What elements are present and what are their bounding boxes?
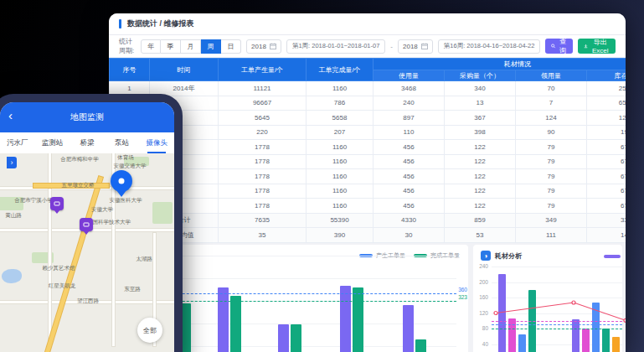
map-label: 望江西路 bbox=[77, 298, 99, 305]
table-row[interactable]: 2202071103989019 bbox=[110, 125, 626, 140]
table-cell: 122 bbox=[445, 140, 516, 155]
download-icon bbox=[584, 43, 588, 49]
table-cell: 5658 bbox=[307, 111, 374, 126]
export-button-label: 导出Excel bbox=[591, 38, 611, 54]
map-label: 红星美凯龙 bbox=[49, 282, 76, 290]
bar-产生工单量[interactable] bbox=[218, 287, 229, 352]
col-header: 时间 bbox=[150, 59, 219, 81]
phone-page-title: 地图监测 bbox=[70, 111, 104, 123]
table-cell: 650 bbox=[587, 96, 626, 111]
query-button-label: 查询 bbox=[559, 37, 568, 55]
line-data-point[interactable] bbox=[494, 312, 497, 315]
table-row[interactable]: 177811604561227967 bbox=[110, 154, 626, 169]
table-cell: 456 bbox=[374, 169, 445, 184]
average-row[interactable]: 平均值35390305311114 bbox=[110, 228, 626, 243]
line-data-point[interactable] bbox=[624, 318, 626, 322]
phone-tab-污水厂[interactable]: 污水厂 bbox=[0, 132, 35, 153]
table-cell: 122 bbox=[445, 199, 516, 214]
map-label: 安徽医科大学 bbox=[110, 197, 142, 204]
range-end-input[interactable]: 第16周: 2018-04-16~2018-04-22 bbox=[438, 39, 541, 54]
table-row[interactable]: 12014年111211160346834070250 bbox=[110, 81, 626, 96]
table-cell: 207 bbox=[307, 125, 374, 140]
table-row[interactable]: 177811604561227967 bbox=[110, 184, 626, 199]
year-start-select[interactable]: 2018 bbox=[246, 39, 281, 54]
table-cell: 79 bbox=[516, 184, 587, 199]
table-cell: 67 bbox=[587, 140, 626, 155]
phone-tab-桥梁[interactable]: 桥梁 bbox=[70, 132, 105, 153]
sub-col-header: 领用量 bbox=[516, 70, 587, 81]
consumables-chart-card: ◑ 耗材分析 2402001601208040 bbox=[473, 245, 622, 352]
all-filter-button[interactable]: 全部 bbox=[137, 318, 162, 343]
map-label: 五里墩立交桥 bbox=[62, 182, 95, 189]
line-data-point[interactable] bbox=[572, 301, 575, 304]
map-label: 安徽大学 bbox=[91, 206, 113, 214]
back-icon[interactable]: ‹ bbox=[8, 109, 13, 122]
bar-产生工单量[interactable] bbox=[403, 305, 414, 352]
year-end-select[interactable]: 2018 bbox=[398, 39, 433, 54]
camera-icon bbox=[84, 223, 90, 227]
bar-产生工单量[interactable] bbox=[340, 286, 351, 352]
table-cell: 67 bbox=[587, 184, 626, 199]
bar-完成工单量[interactable] bbox=[353, 287, 363, 352]
selected-marker[interactable] bbox=[111, 170, 132, 192]
table-cell: 1160 bbox=[307, 140, 374, 155]
table-cell: 1778 bbox=[219, 140, 307, 155]
map-road bbox=[49, 153, 51, 346]
table-cell: 122 bbox=[445, 154, 516, 169]
marker-dot-icon bbox=[119, 179, 125, 184]
reference-line-label: 360 bbox=[458, 287, 467, 292]
table-row[interactable]: 177811604561227967 bbox=[110, 140, 626, 155]
period-option-季[interactable]: 季 bbox=[161, 39, 181, 54]
table-row[interactable]: 96667786240137650 bbox=[110, 96, 626, 111]
table-cell: 122 bbox=[445, 184, 516, 199]
export-excel-button[interactable]: 导出Excel bbox=[578, 39, 616, 54]
table-cell: 79 bbox=[516, 154, 587, 169]
map-label: 安徽交通大学 bbox=[114, 163, 147, 170]
y-axis-tick: 120 bbox=[475, 310, 488, 316]
bar-完成工单量[interactable] bbox=[291, 324, 301, 352]
bar-完成工单量[interactable] bbox=[230, 296, 241, 352]
table-cell: 35 bbox=[219, 228, 307, 243]
table-cell: 250 bbox=[587, 81, 626, 96]
table-cell: 70 bbox=[516, 81, 587, 96]
bar-完成工单量[interactable] bbox=[415, 339, 426, 352]
calendar-icon bbox=[421, 43, 428, 49]
map-view[interactable]: 合肥市梅和中学体育场安徽交通大学五里墩立交桥合肥市宁溪小学安徽医科大学安徽大学黄… bbox=[0, 153, 174, 352]
table-cell: 67 bbox=[587, 154, 626, 169]
table-cell: 7 bbox=[516, 96, 587, 111]
table-cell: 1778 bbox=[219, 199, 307, 214]
table-row[interactable]: 177811604561227967 bbox=[110, 169, 626, 184]
phone-tab-摄像头[interactable]: 摄像头 bbox=[139, 132, 174, 153]
table-row[interactable]: 56455658897367124129 bbox=[110, 111, 626, 126]
phone-tab-泵站[interactable]: 泵站 bbox=[105, 132, 140, 153]
period-option-周[interactable]: 周 bbox=[201, 39, 221, 54]
y-axis-tick: 240 bbox=[475, 263, 488, 269]
table-cell: 1778 bbox=[219, 169, 307, 184]
table-cell: 897 bbox=[374, 111, 445, 126]
bar-产生工单量[interactable] bbox=[278, 324, 289, 352]
table-cell: 859 bbox=[445, 213, 516, 228]
table-cell: 4330 bbox=[374, 213, 445, 228]
table-cell: 786 bbox=[307, 96, 374, 111]
map-label: 太湖路 bbox=[136, 256, 152, 263]
phone-tab-bar: 污水厂监测站桥梁泵站摄像头 bbox=[0, 132, 174, 153]
range-start-input[interactable]: 第1周: 2018-01-01~2018-01-07 bbox=[286, 39, 385, 54]
y-axis-tick: 200 bbox=[475, 279, 488, 285]
year-end-value: 2018 bbox=[403, 43, 418, 50]
table-cell: 3468 bbox=[374, 81, 445, 96]
table-row[interactable]: 177811604561227967 bbox=[110, 199, 626, 214]
table-cell: 53 bbox=[445, 228, 516, 243]
maintenance-report-table: 序号时间工单产生量/个工单完成量/个耗材情况使用量采购量（个）领用量库存量 12… bbox=[109, 58, 626, 243]
table-cell: 30 bbox=[374, 228, 445, 243]
period-option-日[interactable]: 日 bbox=[221, 39, 241, 54]
query-button[interactable]: 查询 bbox=[545, 39, 573, 54]
sub-col-header: 采购量（个） bbox=[445, 70, 516, 81]
period-option-年[interactable]: 年 bbox=[141, 39, 161, 54]
total-row[interactable]: 合计763555390433085934933 bbox=[110, 213, 626, 228]
camera-marker[interactable] bbox=[50, 197, 64, 210]
camera-marker[interactable] bbox=[80, 218, 93, 231]
phone-header: ‹ 地图监测 bbox=[0, 102, 174, 132]
expand-panel-button[interactable]: › bbox=[7, 157, 17, 168]
phone-tab-监测站[interactable]: 监测站 bbox=[35, 132, 70, 153]
period-option-月[interactable]: 月 bbox=[181, 39, 201, 54]
